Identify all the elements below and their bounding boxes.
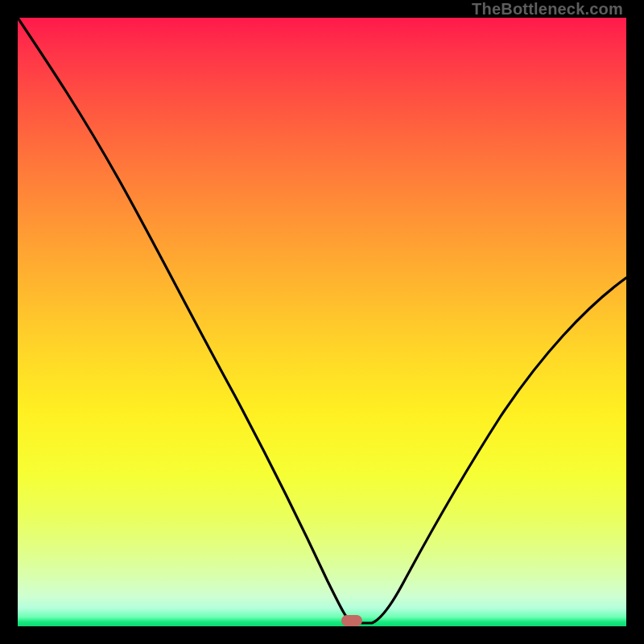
chart-frame: TheBottleneck.com [0,0,644,644]
trough-marker [341,615,362,626]
watermark-text: TheBottleneck.com [472,0,623,19]
gradient-plot-area [18,18,626,626]
